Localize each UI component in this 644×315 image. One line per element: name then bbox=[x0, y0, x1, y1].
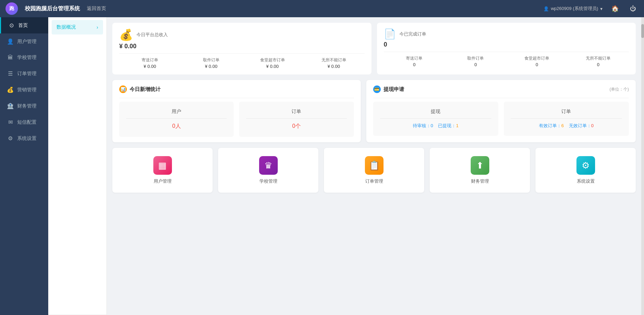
sidebar-item-label-user: 用户管理 bbox=[17, 39, 37, 45]
today-new-order-label: 订单 bbox=[246, 109, 347, 119]
sidebar-item-home[interactable]: ⊙ 首页 bbox=[0, 17, 48, 33]
header-left: 跑 校园跑腿后台管理系统 返回首页 bbox=[6, 2, 106, 15]
subnav-overview-label: 数据概况 bbox=[57, 24, 76, 30]
sidebar-item-settings[interactable]: ⚙ 系统设置 bbox=[0, 130, 48, 146]
top-stats-row: 💰 今日平台总收入 ¥ 0.00 寄送订单 ¥ 0.00 取件订单 ¥ 0.00 bbox=[112, 23, 636, 74]
withdrawal-header-inner: 💳 提现申请 bbox=[373, 85, 404, 93]
completed-sub-label-0: 寄送订单 bbox=[384, 55, 445, 61]
sidebar-item-marketing[interactable]: 💰 营销管理 bbox=[0, 82, 48, 98]
withdrawal-pending-label: 待审核： bbox=[413, 123, 431, 128]
logo: 跑 bbox=[6, 2, 18, 15]
completed-sub-row: 寄送订单 0 取件订单 0 食堂超市订单 0 无所不能订单 bbox=[384, 52, 629, 67]
withdrawal-pending-value: 0 bbox=[431, 123, 433, 128]
revenue-value: ¥ 0.00 bbox=[119, 43, 365, 50]
revenue-sub-value-2: ¥ 0.00 bbox=[242, 64, 303, 69]
middle-sections-row: 📊 今日新增统计 用户 0人 订单 0个 bbox=[112, 80, 636, 142]
school-sidebar-icon: 🏛 bbox=[7, 54, 14, 61]
withdrawal-done-label: 已提现： bbox=[438, 123, 456, 128]
revenue-sub-1: 取件订单 ¥ 0.00 bbox=[181, 57, 242, 69]
withdrawal-valid-value: 6 bbox=[561, 123, 564, 128]
power-button[interactable]: ⏻ bbox=[627, 3, 638, 14]
marketing-sidebar-icon: 💰 bbox=[7, 87, 14, 93]
finance-sidebar-icon: 🏦 bbox=[7, 103, 14, 109]
withdrawal-icon: 💳 bbox=[373, 85, 381, 93]
back-button[interactable]: 返回首页 bbox=[87, 6, 106, 12]
scrollbar-thumb[interactable] bbox=[641, 24, 644, 38]
user-dropdown-icon: ▾ bbox=[600, 6, 603, 11]
completed-card-header: 📄 今已完成订单 bbox=[384, 28, 629, 40]
completed-icon: 📄 bbox=[384, 28, 396, 40]
sidebar-item-sms[interactable]: ✉ 短信配置 bbox=[0, 114, 48, 130]
withdrawal-card: 💳 提现申请 (单位：个) 提现 待审核：0 已提现：1 bbox=[366, 80, 636, 142]
today-new-user-label: 用户 bbox=[126, 109, 227, 119]
quick-link-order-icon: 📋 bbox=[365, 156, 384, 175]
revenue-card: 💰 今日平台总收入 ¥ 0.00 寄送订单 ¥ 0.00 取件订单 ¥ 0.00 bbox=[112, 23, 371, 74]
sidebar-item-order[interactable]: ☰ 订单管理 bbox=[0, 65, 48, 82]
completed-sub-label-2: 食堂超市订单 bbox=[506, 55, 568, 61]
quick-link-order[interactable]: 📋 订单管理 bbox=[324, 148, 424, 193]
withdrawal-unit: (单位：个) bbox=[610, 87, 629, 92]
sidebar-item-school[interactable]: 🏛 学校管理 bbox=[0, 50, 48, 65]
home-button[interactable]: 🏠 bbox=[610, 3, 621, 14]
quick-link-user[interactable]: ▦ 用户管理 bbox=[112, 148, 213, 193]
quick-link-user-icon: ▦ bbox=[153, 156, 172, 175]
revenue-sub-label-0: 寄送订单 bbox=[119, 57, 181, 63]
withdrawal-sub-row: 提现 待审核：0 已提现：1 订单 有效订单：6 bbox=[373, 102, 629, 136]
quick-link-settings[interactable]: ⚙ 系统设置 bbox=[535, 148, 636, 193]
completed-sub-1: 取件订单 0 bbox=[445, 55, 506, 67]
today-new-sub-row: 用户 0人 订单 0个 bbox=[119, 102, 354, 137]
completed-sub-value-1: 0 bbox=[445, 62, 506, 67]
withdrawal-order-label: 订单 bbox=[511, 109, 622, 119]
sidebar-item-user[interactable]: 👤 用户管理 bbox=[0, 33, 48, 50]
withdrawal-order-detail: 有效订单：6 无效订单：0 bbox=[511, 123, 622, 129]
subnav-overview[interactable]: 数据概况 › bbox=[52, 20, 103, 34]
quick-link-finance[interactable]: ⬆ 财务管理 bbox=[430, 148, 530, 193]
order-sidebar-icon: ☰ bbox=[7, 70, 14, 77]
revenue-sub-value-0: ¥ 0.00 bbox=[119, 64, 181, 69]
user-sidebar-icon: 👤 bbox=[7, 38, 14, 45]
main-layout: ⊙ 首页 👤 用户管理 🏛 学校管理 ☰ 订单管理 💰 营销管理 🏦 财务管理 … bbox=[0, 17, 644, 315]
quick-link-user-label: 用户管理 bbox=[154, 178, 172, 184]
today-new-header: 📊 今日新增统计 bbox=[119, 85, 354, 93]
today-new-icon: 📊 bbox=[119, 85, 127, 93]
revenue-sub-0: 寄送订单 ¥ 0.00 bbox=[119, 57, 181, 69]
sms-sidebar-icon: ✉ bbox=[7, 119, 14, 125]
power-icon: ⏻ bbox=[630, 5, 636, 12]
quick-link-finance-icon: ⬆ bbox=[471, 156, 489, 175]
completed-title: 今已完成订单 bbox=[399, 31, 426, 37]
quick-link-order-label: 订单管理 bbox=[365, 178, 383, 184]
main-area: 数据概况 › 💰 今日平台总收入 ¥ 0.00 寄送订单 bbox=[48, 17, 644, 315]
header-right: 👤 wp260909 (系统管理员) ▾ 🏠 ⏻ bbox=[543, 3, 638, 14]
revenue-sub-3: 无所不能订单 ¥ 0.00 bbox=[303, 57, 365, 69]
revenue-card-header: 💰 今日平台总收入 bbox=[119, 28, 365, 41]
revenue-sub-value-1: ¥ 0.00 bbox=[181, 64, 242, 69]
withdrawal-valid-label: 有效订单： bbox=[539, 123, 561, 128]
completed-sub-0: 寄送订单 0 bbox=[384, 55, 445, 67]
quick-link-settings-icon: ⚙ bbox=[576, 156, 595, 175]
sidebar-item-label-school: 学校管理 bbox=[17, 54, 37, 61]
sidebar-item-label-home: 首页 bbox=[18, 22, 28, 29]
sidebar-item-finance[interactable]: 🏦 财务管理 bbox=[0, 98, 48, 114]
quick-link-school[interactable]: ♛ 学校管理 bbox=[218, 148, 318, 193]
withdrawal-withdraw-label: 提现 bbox=[380, 109, 491, 119]
subnav: 数据概况 › bbox=[48, 17, 107, 315]
header: 跑 校园跑腿后台管理系统 返回首页 👤 wp260909 (系统管理员) ▾ 🏠… bbox=[0, 0, 644, 17]
quick-link-finance-label: 财务管理 bbox=[471, 178, 489, 184]
withdrawal-header: 💳 提现申请 (单位：个) bbox=[373, 85, 629, 93]
today-new-title: 今日新增统计 bbox=[130, 86, 161, 93]
today-new-user-box: 用户 0人 bbox=[119, 102, 234, 137]
subnav-chevron: › bbox=[96, 24, 98, 30]
home-icon: 🏠 bbox=[611, 5, 619, 12]
today-new-user-value: 0人 bbox=[126, 123, 227, 130]
withdrawal-title: 提现申请 bbox=[384, 86, 404, 93]
sidebar-item-label-sms: 短信配置 bbox=[17, 119, 37, 125]
completed-sub-value-2: 0 bbox=[506, 62, 568, 67]
withdrawal-done-value: 1 bbox=[456, 123, 458, 128]
today-new-order-box: 订单 0个 bbox=[239, 102, 354, 137]
app-title: 校园跑腿后台管理系统 bbox=[25, 5, 80, 12]
user-menu[interactable]: 👤 wp260909 (系统管理员) ▾ bbox=[543, 6, 603, 12]
right-scrollbar bbox=[641, 17, 644, 315]
today-new-card: 📊 今日新增统计 用户 0人 订单 0个 bbox=[112, 80, 361, 142]
revenue-sub-label-2: 食堂超市订单 bbox=[242, 57, 303, 63]
sidebar-item-label-order: 订单管理 bbox=[17, 71, 37, 77]
